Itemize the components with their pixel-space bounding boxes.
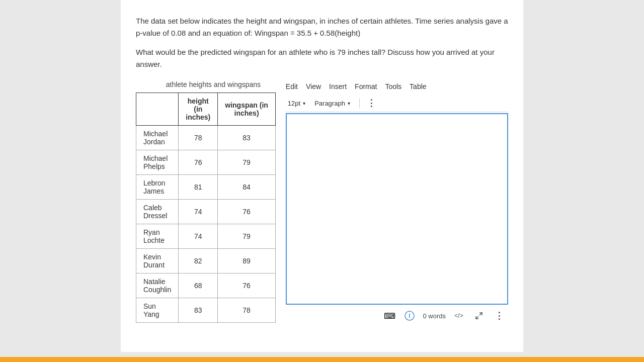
table-header-row: height(ininches) wingspan (ininches)	[136, 93, 276, 126]
col-height-header: height(ininches)	[179, 93, 218, 126]
athlete-wingspan: 79	[218, 224, 276, 249]
athlete-height: 74	[179, 224, 218, 249]
athlete-name: CalebDressel	[136, 200, 179, 224]
editor-panel: Edit View Insert Format Tools Table 12pt…	[286, 80, 508, 323]
intro-paragraph-1: The data set below indicates the height …	[136, 15, 508, 39]
menu-format[interactable]: Format	[355, 82, 377, 90]
col-wingspan-header: wingspan (ininches)	[218, 93, 276, 126]
menu-table[interactable]: Table	[410, 82, 426, 90]
main-container: The data set below indicates the height …	[0, 0, 644, 362]
table-row: LebronJames8184	[136, 175, 276, 200]
table-row: MichaelJordan7883	[136, 126, 276, 150]
editor-textarea[interactable]	[286, 113, 508, 305]
athlete-wingspan: 83	[218, 126, 276, 150]
athlete-name: NatalieCoughlin	[136, 274, 179, 298]
athlete-height: 82	[179, 249, 218, 274]
menu-edit[interactable]: Edit	[286, 82, 298, 90]
editor-footer: ⌨ i 0 words </>	[286, 305, 508, 323]
athlete-name: MichaelPhelps	[136, 150, 179, 175]
table-row: SunYang8378	[136, 298, 276, 323]
table-row: CalebDressel7476	[136, 200, 276, 224]
table-row: RyanLochte7479	[136, 224, 276, 249]
keyboard-icon: ⌨	[384, 311, 395, 321]
table-row: MichaelPhelps7679	[136, 150, 276, 175]
keyboard-icon-button[interactable]: ⌨	[382, 309, 396, 323]
svg-text:i: i	[409, 312, 411, 319]
athlete-height: 83	[179, 298, 218, 323]
code-view-button[interactable]: </>	[452, 309, 466, 323]
athlete-height: 68	[179, 274, 218, 298]
athlete-height: 74	[179, 200, 218, 224]
intro-paragraph-2: What would be the predicted wingspan for…	[136, 46, 508, 70]
athlete-wingspan: 79	[218, 150, 276, 175]
word-count: 0 words	[423, 312, 446, 320]
toolbar-more-button[interactable]: ⋮	[367, 98, 376, 109]
toolbar-separator	[359, 98, 360, 108]
menu-tools[interactable]: Tools	[385, 82, 401, 90]
athlete-wingspan: 76	[218, 200, 276, 224]
table-body: MichaelJordan7883MichaelPhelps7679Lebron…	[136, 126, 276, 323]
athlete-wingspan: 76	[218, 274, 276, 298]
intro-text: The data set below indicates the height …	[136, 15, 508, 70]
athlete-data-table: height(ininches) wingspan (ininches) Mic…	[136, 93, 276, 323]
athlete-wingspan: 84	[218, 175, 276, 200]
info-icon: i	[405, 311, 415, 321]
page-bottom-bar	[0, 357, 644, 362]
paragraph-label: Paragraph	[314, 100, 345, 107]
table-container: athlete heights and wingspans height(ini…	[136, 80, 276, 323]
expand-button[interactable]	[472, 309, 486, 323]
menu-view[interactable]: View	[306, 82, 321, 90]
athlete-wingspan: 89	[218, 249, 276, 274]
col-name-header	[136, 93, 179, 126]
code-icon: </>	[454, 312, 463, 319]
athlete-height: 81	[179, 175, 218, 200]
athlete-name: LebronJames	[136, 175, 179, 200]
footer-more-button[interactable]: ⋮	[492, 309, 506, 323]
table-row: KevinDurant8289	[136, 249, 276, 274]
paragraph-chevron: ▾	[348, 101, 350, 106]
editor-menubar: Edit View Insert Format Tools Table	[286, 80, 508, 95]
editor-toolbar: 12pt ▾ Paragraph ▾ ⋮	[286, 95, 508, 112]
athlete-name: SunYang	[136, 298, 179, 323]
footer-more-icon: ⋮	[495, 310, 504, 321]
font-size-chevron: ▾	[303, 101, 305, 106]
font-size-selector[interactable]: 12pt ▾	[286, 99, 307, 108]
athlete-name: KevinDurant	[136, 249, 179, 274]
table-row: NatalieCoughlin6876	[136, 274, 276, 298]
athlete-name: RyanLochte	[136, 224, 179, 249]
table-title: athlete heights and wingspans	[151, 80, 276, 88]
content-area: The data set below indicates the height …	[121, 0, 523, 352]
expand-icon	[475, 312, 483, 320]
menu-insert[interactable]: Insert	[329, 82, 347, 90]
athlete-wingspan: 78	[218, 298, 276, 323]
info-icon-button[interactable]: i	[403, 309, 417, 323]
font-size-value: 12pt	[288, 100, 300, 107]
data-section: athlete heights and wingspans height(ini…	[136, 80, 508, 323]
athlete-height: 76	[179, 150, 218, 175]
paragraph-selector[interactable]: Paragraph ▾	[312, 99, 352, 108]
athlete-name: MichaelJordan	[136, 126, 179, 150]
athlete-height: 78	[179, 126, 218, 150]
